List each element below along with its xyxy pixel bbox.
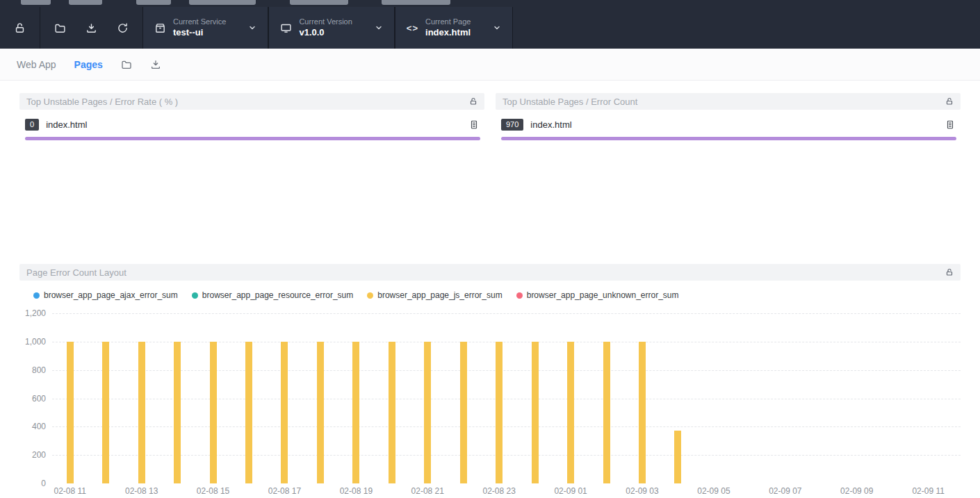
y-axis-label: 400 — [32, 422, 46, 431]
value-badge: 970 — [501, 119, 523, 131]
clipboard-icon[interactable] — [469, 119, 479, 130]
x-axis-label: 02-09 11 — [912, 486, 944, 496]
page-name: index.html — [46, 119, 87, 130]
tab-pages[interactable]: Pages — [74, 59, 103, 70]
y-axis-label: 200 — [32, 450, 46, 460]
chart-bar — [210, 342, 217, 483]
legend-dot-icon — [192, 292, 198, 299]
x-axis-label: 02-09 01 — [554, 486, 587, 496]
y-axis-label: 800 — [32, 365, 46, 375]
tab-web-app[interactable]: Web App — [17, 59, 56, 70]
chart-bar — [674, 431, 681, 483]
gridline — [52, 342, 961, 342]
gridline — [52, 370, 961, 371]
cropped-toolbar-fragment — [136, 0, 171, 5]
x-axis-label: 02-08 23 — [483, 486, 516, 496]
chart-bar — [245, 342, 252, 483]
chart-bar — [67, 342, 74, 483]
legend-dot-icon — [33, 292, 40, 299]
current-service-label: Current Service — [173, 17, 226, 27]
cropped-toolbar-fragment — [69, 0, 102, 5]
value-badge: 0 — [25, 119, 39, 131]
lock-icon[interactable] — [945, 268, 954, 276]
list-item: 970 index.html — [496, 110, 961, 131]
panel-page-error-count-layout: Page Error Count Layout browser_app_page… — [19, 264, 961, 498]
chart-bar — [460, 342, 467, 483]
chart-bar — [424, 342, 431, 483]
service-icon — [154, 22, 166, 34]
cropped-toolbar-fragment — [21, 0, 51, 5]
chart-plot: 02004006008001,0001,200 — [52, 313, 961, 483]
current-page-label: Current Page — [425, 17, 471, 27]
refresh-button[interactable] — [107, 7, 138, 49]
folder-icon[interactable] — [121, 59, 132, 70]
gridline — [52, 399, 961, 399]
panel-error-count: Top Unstable Pages / Error Count 970 ind… — [496, 93, 961, 140]
chart-bar — [639, 342, 646, 483]
panel-title: Top Unstable Pages / Error Count — [503, 97, 637, 107]
list-item: 0 index.html — [19, 110, 484, 131]
folder-icon — [54, 22, 66, 34]
chart-bar — [532, 342, 539, 483]
current-version-selector[interactable]: Current Version v1.0.0 — [268, 7, 394, 49]
page-name: index.html — [530, 119, 571, 130]
panel-title: Top Unstable Pages / Error Rate ( % ) — [26, 97, 178, 107]
folder-button[interactable] — [44, 7, 76, 49]
x-axis-label: 02-08 11 — [54, 486, 85, 496]
legend-item[interactable]: browser_app_page_resource_error_sum — [192, 290, 353, 300]
chart-bar — [567, 342, 574, 483]
y-axis-label: 0 — [41, 479, 46, 488]
monitor-icon — [280, 22, 292, 34]
chart-x-axis: 02-08 1102-08 1302-08 1502-08 1702-08 19… — [52, 486, 961, 498]
gridline — [52, 455, 961, 456]
chart-bar — [174, 342, 181, 483]
chart-bar — [603, 342, 610, 483]
panel-title: Page Error Count Layout — [26, 267, 126, 278]
y-axis-label: 600 — [32, 394, 46, 404]
lock-icon[interactable] — [469, 97, 477, 106]
lock-icon[interactable] — [945, 97, 954, 106]
download-button[interactable] — [76, 7, 107, 49]
refresh-icon — [117, 22, 129, 34]
app-header: Current Service test--ui Current Version… — [0, 0, 980, 49]
current-version-label: Current Version — [299, 17, 352, 27]
chevron-down-icon — [375, 24, 383, 32]
current-version-value: v1.0.0 — [299, 27, 352, 38]
lock-icon — [14, 22, 26, 34]
x-axis-label: 02-08 19 — [340, 486, 373, 496]
legend-item[interactable]: browser_app_page_ajax_error_sum — [33, 290, 178, 300]
chart-bar — [352, 342, 359, 483]
chart-legend: browser_app_page_ajax_error_sumbrowser_a… — [33, 290, 961, 301]
cropped-toolbar-fragment — [290, 0, 348, 5]
current-page-selector[interactable]: <> Current Page index.html — [395, 7, 514, 49]
legend-dot-icon — [516, 292, 523, 299]
progress-bar — [25, 137, 480, 140]
legend-item[interactable]: browser_app_page_js_error_sum — [367, 290, 502, 300]
cropped-toolbar-fragment — [382, 0, 450, 5]
chart-bar — [102, 342, 109, 483]
download-icon — [85, 22, 97, 34]
y-axis-label: 1,200 — [25, 308, 46, 318]
legend-label: browser_app_page_js_error_sum — [377, 290, 502, 300]
legend-label: browser_app_page_unknown_error_sum — [527, 290, 679, 300]
chart-bar — [317, 342, 324, 483]
clipboard-icon[interactable] — [945, 119, 955, 130]
gridline — [52, 426, 961, 427]
toolbar: Current Service test--ui Current Version… — [0, 7, 980, 49]
x-axis-label: 02-09 09 — [840, 486, 873, 496]
lock-button[interactable] — [4, 7, 35, 49]
x-axis-label: 02-08 13 — [125, 486, 158, 496]
current-page-value: index.html — [425, 27, 471, 38]
chevron-down-icon — [248, 24, 256, 32]
legend-label: browser_app_page_ajax_error_sum — [44, 290, 178, 300]
legend-dot-icon — [367, 292, 373, 299]
current-service-selector[interactable]: Current Service test--ui — [142, 7, 268, 49]
current-service-value: test--ui — [173, 27, 226, 38]
y-axis-label: 1,000 — [25, 337, 46, 347]
download-icon[interactable] — [150, 59, 161, 70]
x-axis-label: 02-08 21 — [411, 486, 444, 496]
x-axis-label: 02-09 03 — [626, 486, 658, 496]
page-content: Top Unstable Pages / Error Rate ( % ) 0 … — [0, 93, 980, 498]
legend-item[interactable]: browser_app_page_unknown_error_sum — [516, 290, 679, 300]
chart-y-axis: 02004006008001,0001,200 — [19, 313, 46, 483]
